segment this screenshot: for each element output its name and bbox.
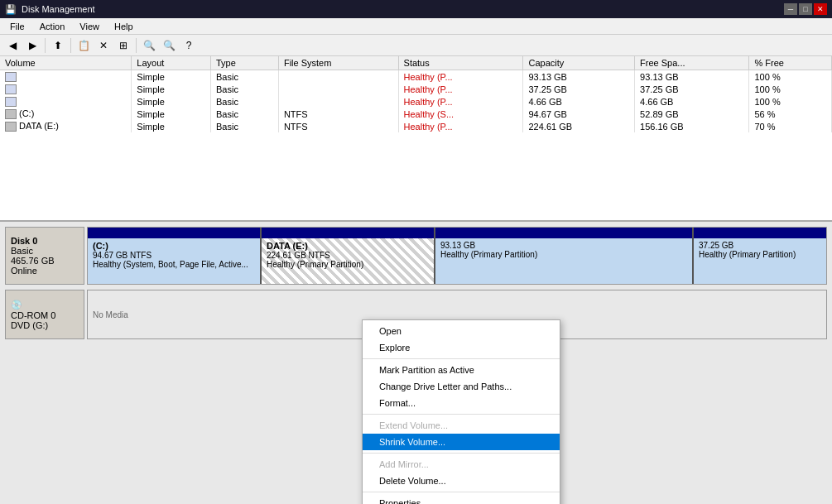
- cell-free: 4.66 GB: [635, 95, 749, 108]
- menu-action[interactable]: Action: [33, 20, 72, 33]
- context-menu-item-2[interactable]: Mark Partition as Active: [363, 362, 560, 378]
- context-menu-item-4[interactable]: Format...: [363, 395, 560, 411]
- properties-button[interactable]: ⊞: [114, 37, 132, 54]
- close-button[interactable]: ✕: [814, 3, 827, 15]
- up-button[interactable]: ⬆: [49, 37, 67, 54]
- partition-data-e[interactable]: DATA (E:) 224.61 GB NTFS Healthy (Primar…: [262, 228, 435, 284]
- disk-0-partitions: (C:) 94.67 GB NTFS Healthy (System, Boot…: [87, 227, 827, 285]
- cell-volume: (C:): [0, 108, 132, 120]
- cell-fs: NTFS: [278, 120, 398, 132]
- disk-0-label: Disk 0 Basic 465.76 GB Online: [5, 227, 84, 285]
- partition-c-size: 94.67 GB NTFS: [93, 251, 255, 260]
- back-button[interactable]: ◀: [3, 37, 22, 54]
- cell-pct: 100 %: [749, 95, 832, 108]
- cell-type: Basic: [211, 95, 279, 108]
- menu-help[interactable]: Help: [108, 20, 140, 33]
- disk-0-type: Basic: [11, 246, 79, 256]
- zoom-out-button[interactable]: 🔍: [160, 37, 178, 54]
- cell-status: Healthy (S...: [398, 108, 523, 120]
- title-bar-text: Disk Management: [22, 4, 779, 14]
- partition-c-name: (C:): [93, 241, 255, 251]
- context-menu-item-6[interactable]: Shrink Volume...: [363, 434, 560, 450]
- disk-map: Disk 0 Basic 465.76 GB Online (C:) 94.67…: [0, 222, 832, 504]
- minimize-button[interactable]: ─: [784, 3, 797, 15]
- ctx-separator-6: [363, 453, 560, 454]
- context-menu-item-0[interactable]: Open: [363, 323, 560, 339]
- context-menu-item-7: Add Mirror...: [363, 456, 560, 473]
- partition-data-status: Healthy (Primary Partition): [267, 260, 429, 269]
- partition-c[interactable]: (C:) 94.67 GB NTFS Healthy (System, Boot…: [88, 228, 262, 284]
- cell-pct: 56 %: [749, 108, 832, 120]
- cell-layout: Simple: [132, 120, 211, 132]
- cdrom-0-type: DVD (G:): [11, 320, 79, 330]
- cell-type: Basic: [211, 120, 279, 132]
- main-container: Volume Layout Type File System Status Ca…: [0, 56, 832, 504]
- help-button[interactable]: ?: [180, 37, 198, 54]
- table-row[interactable]: SimpleBasicHealthy (P...4.66 GB4.66 GB10…: [0, 95, 832, 108]
- context-menu-item-1[interactable]: Explore: [363, 339, 560, 356]
- partition-unalloc2-status: Healthy (Primary Partition): [699, 250, 821, 259]
- show-hide-button[interactable]: 📋: [75, 37, 93, 54]
- partition-unalloc1[interactable]: 93.13 GB Healthy (Primary Partition): [435, 228, 694, 284]
- cell-fs: [278, 83, 398, 95]
- cell-type: Basic: [211, 83, 279, 95]
- cell-pct: 100 %: [749, 83, 832, 95]
- cell-pct: 70 %: [749, 120, 832, 132]
- menu-file[interactable]: File: [3, 20, 31, 33]
- context-menu-item-3[interactable]: Change Drive Letter and Paths...: [363, 378, 560, 395]
- context-menu-item-5: Extend Volume...: [363, 417, 560, 434]
- cdrom-0-name: CD-ROM 0: [11, 310, 79, 320]
- cell-pct: 100 %: [749, 70, 832, 84]
- table-row[interactable]: SimpleBasicHealthy (P...37.25 GB37.25 GB…: [0, 83, 832, 95]
- cdrom-0-icon: 💿: [11, 300, 79, 310]
- cell-status: Healthy (P...: [398, 95, 523, 108]
- context-menu-item-9[interactable]: Properties: [363, 495, 560, 504]
- context-menu-item-8[interactable]: Delete Volume...: [363, 473, 560, 489]
- cell-capacity: 224.61 GB: [523, 120, 635, 132]
- cell-layout: Simple: [132, 108, 211, 120]
- cell-type: Basic: [211, 108, 279, 120]
- cell-volume: DATA (E:): [0, 120, 132, 132]
- partition-unalloc2-header: [694, 228, 826, 238]
- table-header-row: Volume Layout Type File System Status Ca…: [0, 56, 832, 70]
- volume-table: Volume Layout Type File System Status Ca…: [0, 56, 832, 132]
- cdrom-0-label: 💿 CD-ROM 0 DVD (G:): [5, 290, 84, 339]
- table-row[interactable]: SimpleBasicHealthy (P...93.13 GB93.13 GB…: [0, 70, 832, 84]
- partition-unalloc1-header: [435, 228, 692, 238]
- cell-fs: [278, 70, 398, 84]
- menu-bar: File Action View Help: [0, 18, 832, 35]
- disk-0-status: Online: [11, 266, 79, 276]
- maximize-button[interactable]: □: [799, 3, 812, 15]
- table-row[interactable]: (C:)SimpleBasicNTFSHealthy (S...94.67 GB…: [0, 108, 832, 120]
- toolbar-sep-2: [70, 38, 71, 53]
- cell-capacity: 4.66 GB: [523, 95, 635, 108]
- forward-button[interactable]: ▶: [23, 37, 41, 54]
- col-header-volume: Volume: [0, 56, 132, 70]
- partition-unalloc2[interactable]: 37.25 GB Healthy (Primary Partition): [694, 228, 826, 284]
- disk-0-size: 465.76 GB: [11, 256, 79, 266]
- cell-volume: [0, 83, 132, 95]
- cell-status: Healthy (P...: [398, 83, 523, 95]
- cell-status: Healthy (P...: [398, 70, 523, 84]
- cell-layout: Simple: [132, 70, 211, 84]
- cell-fs: [278, 95, 398, 108]
- cell-capacity: 94.67 GB: [523, 108, 635, 120]
- context-menu: OpenExploreMark Partition as ActiveChang…: [362, 319, 560, 504]
- col-header-fs: File System: [278, 56, 398, 70]
- col-header-layout: Layout: [132, 56, 211, 70]
- table-row[interactable]: DATA (E:)SimpleBasicNTFSHealthy (P...224…: [0, 120, 832, 132]
- col-header-pct: % Free: [749, 56, 832, 70]
- col-header-capacity: Capacity: [523, 56, 635, 70]
- delete-button[interactable]: ✕: [94, 37, 113, 54]
- cell-layout: Simple: [132, 95, 211, 108]
- partition-unalloc1-status: Healthy (Primary Partition): [440, 250, 687, 259]
- zoom-in-button[interactable]: 🔍: [140, 37, 158, 54]
- cell-free: 156.16 GB: [635, 120, 749, 132]
- menu-view[interactable]: View: [73, 20, 106, 33]
- cell-layout: Simple: [132, 83, 211, 95]
- toolbar-sep-3: [136, 38, 137, 53]
- disk-0-row: Disk 0 Basic 465.76 GB Online (C:) 94.67…: [5, 227, 827, 285]
- ctx-separator-1: [363, 358, 560, 359]
- title-bar: 💾 Disk Management ─ □ ✕: [0, 0, 832, 18]
- cell-fs: NTFS: [278, 108, 398, 120]
